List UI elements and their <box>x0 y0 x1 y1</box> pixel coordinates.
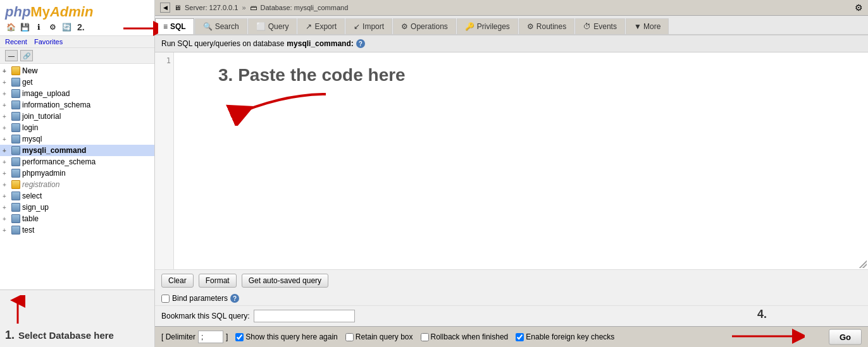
db-name: table <box>22 214 39 223</box>
db-item-login[interactable]: + login <box>0 122 154 133</box>
database-icon[interactable]: 💾 <box>19 21 30 33</box>
db-item-table[interactable]: + table <box>0 213 154 224</box>
hint-label-row: 1. Select Database here <box>5 329 149 342</box>
import-tab-icon: ↙ <box>354 22 360 31</box>
db-icon <box>11 78 20 87</box>
format-button[interactable]: Format <box>199 274 237 288</box>
tab-export[interactable]: ↗ Export <box>297 18 345 34</box>
db-name: test <box>22 226 34 234</box>
settings-icon[interactable]: ⚙ <box>47 21 58 33</box>
db-icon <box>11 146 20 155</box>
tab-more[interactable]: ▼ More <box>626 18 669 34</box>
sql-header-text: Run SQL query/queries on database <box>161 39 284 48</box>
expand-icon: + <box>3 125 10 131</box>
show-again-checkbox[interactable] <box>235 333 244 341</box>
new-db-icon <box>11 66 20 75</box>
db-item-registration[interactable]: + registration <box>0 179 154 190</box>
db-item-information-schema[interactable]: + information_schema <box>0 99 154 111</box>
info-icon[interactable]: ℹ <box>33 21 44 33</box>
export-tab-label: Export <box>314 22 337 31</box>
db-name: registration <box>22 180 59 189</box>
delimiter-section: [ Delimiter ] <box>161 331 228 343</box>
tab-operations[interactable]: ⚙ Operations <box>393 18 456 34</box>
tab-privileges[interactable]: 🔑 Privileges <box>457 18 518 34</box>
db-item-mysql[interactable]: + mysql <box>0 133 154 145</box>
expand-icon: + <box>3 170 10 177</box>
db-icon <box>11 203 20 212</box>
tab-import[interactable]: ↙ Import <box>345 18 392 34</box>
help-icon[interactable]: ? <box>356 39 365 48</box>
logo-area: phpMyAdmin 🏠 💾 ℹ ⚙ 🔄 2. <box>0 0 154 36</box>
annotation-4: 4. <box>757 308 767 321</box>
auto-saved-button[interactable]: Get auto-saved query <box>242 274 328 288</box>
tab-query[interactable]: ⬜ Query <box>248 18 297 34</box>
tab-search[interactable]: 🔍 Search <box>195 18 247 34</box>
clear-button[interactable]: Clear <box>161 274 194 288</box>
db-name: login <box>22 123 38 132</box>
bind-params-help-icon[interactable]: ? <box>230 294 239 303</box>
privileges-tab-icon: 🔑 <box>465 22 474 31</box>
refresh-icon[interactable]: 🔄 <box>61 21 72 33</box>
resize-handle[interactable] <box>859 260 867 268</box>
gear-settings-icon[interactable]: ⚙ <box>855 3 863 13</box>
db-icon <box>11 226 20 234</box>
db-item-phpmyadmin[interactable]: + phpmyadmin <box>0 167 154 179</box>
sidebar: phpMyAdmin 🏠 💾 ℹ ⚙ 🔄 2. Recent Favorites… <box>0 0 155 347</box>
db-name: image_upload <box>22 89 70 98</box>
events-tab-icon: ⏱ <box>583 22 591 31</box>
home-icon[interactable]: 🏠 <box>5 21 16 33</box>
content-area: Run SQL query/queries on database mysqli… <box>155 35 868 326</box>
expand-icon: + <box>3 193 10 200</box>
retain-query-checkbox[interactable] <box>345 333 354 341</box>
db-item-image-upload[interactable]: + image_upload <box>0 88 154 99</box>
bind-parameters-section: Bind parameters ? <box>155 291 868 305</box>
expand-icon: + <box>3 102 10 109</box>
select-db-text: Select Database here <box>18 330 114 341</box>
foreign-key-checkbox[interactable] <box>516 333 524 341</box>
db-item-get[interactable]: + get <box>0 76 154 88</box>
sql-query-editor[interactable] <box>174 52 868 269</box>
favorites-link[interactable]: Favorites <box>34 38 63 46</box>
show-again-item: Show this query here again <box>235 332 337 341</box>
db-item-join-tutorial[interactable]: + join_tutorial <box>0 111 154 122</box>
window-close-button[interactable]: ◀ <box>160 3 170 13</box>
breadcrumb-db: Database: mysqli_command <box>261 4 349 11</box>
query-editor-area: 1 3. Paste the code here <box>155 52 868 269</box>
expand-icon: + <box>3 204 10 211</box>
line-number-1: 1 <box>158 56 171 65</box>
db-icon-small-title: 🗃 <box>250 4 257 11</box>
db-item-performance-schema[interactable]: + performance_schema <box>0 156 154 167</box>
db-icon <box>11 180 20 189</box>
delimiter-close: ] <box>226 332 228 341</box>
privileges-tab-label: Privileges <box>477 22 510 31</box>
link-btn[interactable]: 🔗 <box>20 50 33 61</box>
rollback-checkbox[interactable] <box>421 333 429 341</box>
bind-params-checkbox[interactable] <box>161 295 170 303</box>
query-tab-icon: ⬜ <box>256 22 266 31</box>
import-tab-label: Import <box>363 22 384 31</box>
bookmark-input[interactable] <box>254 310 355 322</box>
expand-icon: + <box>3 113 10 120</box>
new-database-item[interactable]: + New <box>0 65 154 76</box>
rollback-label: Rollback when finished <box>431 332 509 341</box>
annotation-1: 1. <box>5 329 15 342</box>
expand-icon: + <box>3 181 10 188</box>
db-icon <box>11 192 20 200</box>
tab-sql[interactable]: ≡ SQL <box>155 18 194 34</box>
expand-icon: + <box>3 90 10 97</box>
recent-link[interactable]: Recent <box>5 38 27 46</box>
show-again-label: Show this query here again <box>245 332 337 341</box>
go-arrow-svg <box>729 324 805 347</box>
db-icon <box>11 112 20 121</box>
db-name: information_schema <box>22 100 90 109</box>
delimiter-input[interactable] <box>198 331 223 343</box>
db-item-test[interactable]: + test <box>0 224 154 236</box>
db-item-select[interactable]: + select <box>0 190 154 202</box>
tab-events[interactable]: ⏱ Events <box>575 18 625 34</box>
go-button[interactable]: Go <box>829 329 862 345</box>
db-item-mysqli-command[interactable]: + mysqli_command <box>0 145 154 156</box>
db-name: join_tutorial <box>22 112 61 121</box>
collapse-btn[interactable]: — <box>5 50 18 61</box>
db-item-sign-up[interactable]: + sign_up <box>0 202 154 213</box>
tab-routines[interactable]: ⚙ Routines <box>519 18 574 34</box>
